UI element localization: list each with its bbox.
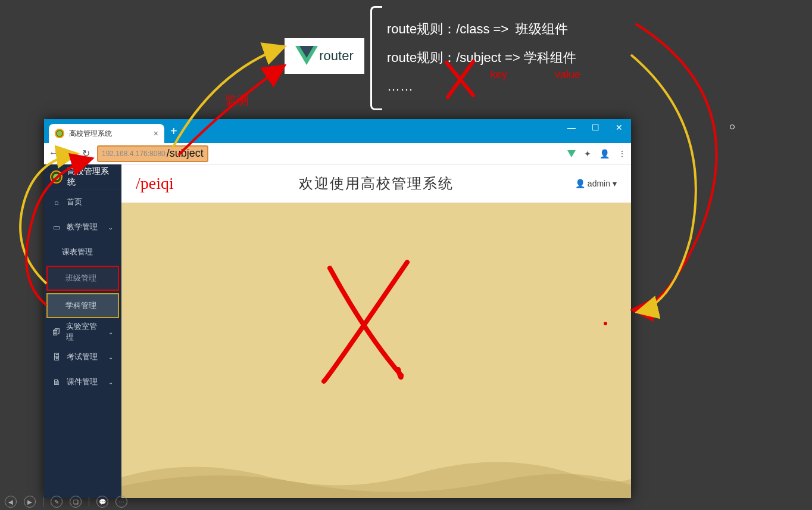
brand-icon <box>50 170 63 184</box>
minimize-button[interactable]: — <box>560 119 583 136</box>
key-label: key <box>491 69 507 81</box>
prev-button[interactable]: ◀ <box>5 496 17 508</box>
route-rule: route规则：/subject => 学科组件 <box>387 43 576 72</box>
url-host: 192.168.4.176:8080 <box>102 150 165 158</box>
app-content: 高校管理系统 ⌂ 首页 ▭ 教学管理 ⌃ 课表管理 班级管理 学科管理 🗐 <box>44 164 631 498</box>
red-dot-icon <box>604 322 607 325</box>
browser-window: 高校管理系统 × + — ☐ ✕ ← → ↻ 192.168.4.176:808… <box>44 119 631 498</box>
record-icon <box>730 125 735 129</box>
more-button[interactable]: ⋯ <box>115 496 127 508</box>
browser-tab[interactable]: 高校管理系统 × <box>49 124 164 143</box>
route-rules: route规则：/class => 班级组件 route规则：/subject … <box>387 15 576 101</box>
document-icon: 🗎 <box>52 378 61 387</box>
sidebar-item-label: 学科管理 <box>65 300 96 311</box>
close-button[interactable]: ✕ <box>607 119 631 136</box>
content-body <box>121 203 631 498</box>
sidebar-item-lab[interactable]: 🗐 实验室管理 ⌄ <box>44 319 121 344</box>
chevron-down-icon: ⌄ <box>108 329 113 335</box>
route-rule: route规则：/class => 班级组件 <box>387 15 576 43</box>
router-label: router <box>319 48 353 64</box>
forward-button[interactable]: → <box>65 148 75 159</box>
dashboard-icon: ⌂ <box>52 198 61 207</box>
brand-title: 高校管理系统 <box>67 166 115 188</box>
maximize-button[interactable]: ☐ <box>583 119 607 136</box>
browser-titlebar: 高校管理系统 × + — ☐ ✕ <box>44 119 631 143</box>
main-content: /peiqi 欢迎使用高校管理系统 👤 admin ▾ <box>121 164 631 498</box>
monitor-label: 监测 <box>225 92 249 108</box>
close-icon[interactable]: × <box>154 129 158 138</box>
new-tab-button[interactable]: + <box>164 125 183 138</box>
sidebar-item-label: 考试管理 <box>67 352 98 362</box>
sidebar-item-label: 实验室管理 <box>66 321 102 343</box>
sidebar-item-home[interactable]: ⌂ 首页 <box>44 189 121 214</box>
briefcase-icon: 🗄 <box>52 353 61 362</box>
sidebar-item-label: 课表管理 <box>62 247 93 257</box>
kv-labels: key value <box>491 69 580 81</box>
chevron-down-icon: ▾ <box>613 179 617 188</box>
value-label: value <box>555 69 580 81</box>
vue-logo-icon <box>295 46 318 66</box>
content-header: /peiqi 欢迎使用高校管理系统 👤 admin ▾ <box>121 164 631 203</box>
url-input[interactable]: 192.168.4.176:8080 /subject <box>97 145 208 162</box>
monitor-icon: ▭ <box>52 223 61 232</box>
sidebar-item-label: 教学管理 <box>67 222 98 232</box>
hills-decoration <box>121 444 631 498</box>
sidebar-item-teach[interactable]: ▭ 教学管理 ⌃ <box>44 214 121 240</box>
user-icon: 👤 <box>575 179 585 188</box>
chevron-down-icon: ⌄ <box>108 379 113 385</box>
reload-button[interactable]: ↻ <box>82 148 90 159</box>
user-menu[interactable]: 👤 admin ▾ <box>575 179 617 188</box>
sidebar-item-courseware[interactable]: 🗎 课件管理 ⌄ <box>44 369 121 394</box>
menu-icon[interactable]: ⋮ <box>618 149 626 158</box>
copy-button[interactable]: ❏ <box>70 496 82 508</box>
page-title: 欢迎使用高校管理系统 <box>299 174 454 193</box>
url-path: /subject <box>167 147 204 160</box>
pen-button[interactable]: ✎ <box>51 496 63 508</box>
address-bar: ← → ↻ 192.168.4.176:8080 /subject ✦ 👤 ⋮ <box>44 143 631 164</box>
bracket-icon <box>370 6 382 110</box>
comment-button[interactable]: 💬 <box>96 496 108 508</box>
vue-devtools-icon[interactable] <box>567 150 576 157</box>
sidebar-item-label: 班级管理 <box>65 273 96 284</box>
sidebar-item-subject[interactable]: 学科管理 <box>46 293 119 318</box>
lab-icon: 🗐 <box>52 328 60 337</box>
chevron-down-icon: ⌄ <box>108 354 113 360</box>
sidebar-item-exam[interactable]: 🗄 考试管理 ⌄ <box>44 344 121 369</box>
sidebar-item-label: 首页 <box>67 197 82 207</box>
player-controls: ◀ ▶ ✎ ❏ 💬 ⋯ <box>0 493 132 510</box>
sidebar: 高校管理系统 ⌂ 首页 ▭ 教学管理 ⌃ 课表管理 班级管理 学科管理 🗐 <box>44 164 121 498</box>
x-mark-icon <box>312 250 431 393</box>
extension-icon[interactable]: ✦ <box>584 149 591 158</box>
user-name: admin <box>588 179 610 188</box>
favicon-icon <box>55 129 64 138</box>
profile-icon[interactable]: 👤 <box>599 149 610 158</box>
vue-router-box: router <box>285 38 364 74</box>
annotation-path: /peiqi <box>136 174 174 193</box>
sidebar-item-schedule[interactable]: 课表管理 <box>44 240 121 265</box>
sidebar-item-class[interactable]: 班级管理 <box>46 266 119 291</box>
brand: 高校管理系统 <box>44 164 121 189</box>
play-button[interactable]: ▶ <box>24 496 36 508</box>
sidebar-item-label: 课件管理 <box>67 377 98 387</box>
chevron-up-icon: ⌃ <box>108 224 113 231</box>
back-button[interactable]: ← <box>49 148 58 159</box>
tab-title: 高校管理系统 <box>69 129 112 139</box>
